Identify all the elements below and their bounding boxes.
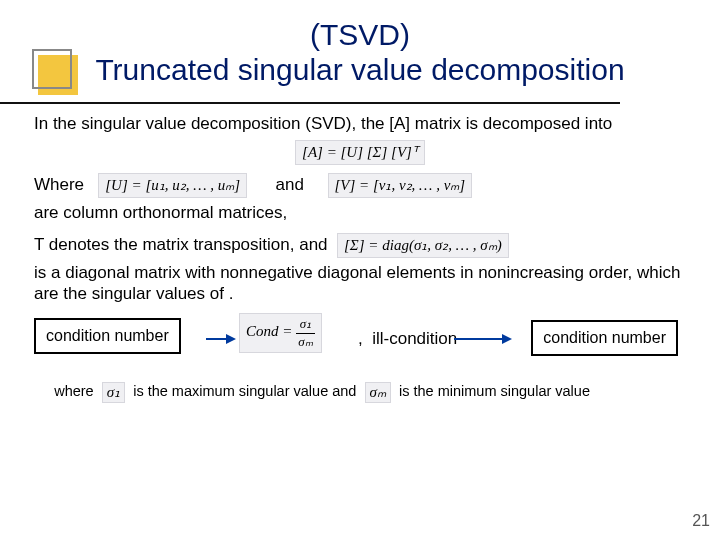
sigma1-symbol: σ₁ — [102, 382, 125, 403]
orthonormal-text: are column orthonormal matrices, — [34, 202, 686, 223]
slide-title: (TSVD) Truncated singular value decompos… — [0, 18, 720, 87]
equation-main: [A] = [U] [Σ] [V]ᵀ — [295, 140, 425, 165]
footer-line: where σ₁ is the maximum singular value a… — [34, 382, 686, 403]
diagonal-text: is a diagonal matrix with nonnegative di… — [34, 262, 686, 305]
footer-where: where — [54, 383, 94, 399]
cond-frac-num: σ₁ — [296, 316, 314, 332]
cond-frac-den: σₘ — [296, 333, 314, 350]
equation-U: [U] = [u₁, u₂, … , uₘ] — [98, 173, 247, 198]
title-line1: (TSVD) — [310, 18, 410, 51]
equation-cond: Cond = σ₁ σₘ — [239, 313, 322, 353]
slide-number: 21 — [692, 512, 710, 530]
and-label: and — [276, 175, 304, 194]
footer-max-text: is the maximum singular value and — [133, 383, 356, 399]
footer-min-text: is the minimum singular value — [399, 383, 590, 399]
transpose-text: T denotes the matrix transposition, and — [34, 235, 328, 254]
sigmam-symbol: σₘ — [365, 382, 391, 403]
condition-number-box-right: condition number — [531, 320, 678, 356]
where-label: Where — [34, 175, 84, 194]
slide-body: In the singular value decomposition (SVD… — [0, 87, 720, 403]
intro-text: In the singular value decomposition (SVD… — [34, 113, 686, 134]
condition-number-box-left: condition number — [34, 318, 181, 354]
cond-label: Cond = — [246, 323, 292, 339]
arrow-icon — [206, 338, 234, 340]
arrow-icon — [454, 338, 510, 340]
title-underline — [0, 102, 620, 104]
title-line2: Truncated singular value decomposition — [95, 53, 624, 86]
equation-sigma: [Σ] = diag(σ₁, σ₂, … , σₘ) — [337, 233, 509, 258]
ill-condition-text: ill-condition — [372, 329, 457, 348]
comma: , — [358, 329, 363, 348]
condition-row: condition number Cond = σ₁ σₘ , ill-cond… — [34, 316, 686, 378]
equation-V: [V] = [v₁, v₂, … , vₘ] — [328, 173, 473, 198]
